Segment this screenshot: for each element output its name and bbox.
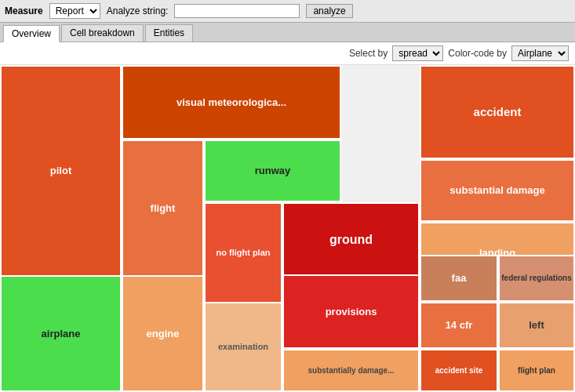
tab-cell-breakdown[interactable]: Cell breakdown — [61, 24, 144, 42]
cell-engine[interactable]: engine — [122, 275, 204, 392]
cell-provisions[interactable]: provisions — [282, 274, 420, 349]
cell-airplane-label: airplane — [40, 326, 82, 342]
select-by-select[interactable]: spread — [392, 45, 443, 61]
cell-substantial-damage-label: substantial damage — [448, 183, 546, 198]
tab-bar: Overview Cell breakdown Entities — [0, 23, 575, 42]
cell-substantially-damage[interactable]: substantially damage... — [282, 349, 420, 392]
cell-flight-plan[interactable]: flight plan — [498, 349, 575, 392]
top-bar: Measure Report Analyze string: analyze — [0, 0, 575, 23]
cell-federal-regulations[interactable]: federal regulations — [498, 255, 575, 302]
select-by-label: Select by — [349, 48, 388, 59]
cell-airplane[interactable]: airplane — [0, 275, 122, 392]
color-code-label: Color-code by — [448, 48, 507, 59]
tab-overview[interactable]: Overview — [3, 25, 60, 42]
cell-runway-label: runway — [253, 163, 293, 179]
cell-federal-regulations-label: federal regulations — [500, 272, 573, 285]
cell-accident-label: accident — [472, 103, 523, 121]
analyze-label: Analyze string: — [107, 5, 169, 16]
cell-14-cfr[interactable]: 14 cfr — [420, 302, 498, 349]
cell-accident-site[interactable]: accident site — [420, 349, 498, 392]
cell-flight-plan-label: flight plan — [516, 365, 557, 377]
cell-engine-label: engine — [145, 326, 181, 342]
cell-substantially-damage-label: substantially damage... — [306, 365, 395, 377]
measure-select[interactable]: Report — [49, 3, 100, 19]
treemap: pilot airplane flight engine visual mete… — [0, 65, 575, 392]
cell-ground-label: ground — [328, 230, 374, 249]
cell-no-flight-plan-label: no flight plan — [214, 246, 271, 260]
cell-accident[interactable]: accident — [420, 65, 575, 159]
cell-accident-site-label: accident site — [434, 365, 485, 377]
cell-substantial-damage[interactable]: substantial damage — [420, 159, 575, 222]
cell-runway[interactable]: runway — [204, 140, 341, 202]
measure-label: Measure — [5, 5, 43, 16]
cell-examination-label: examination — [217, 340, 270, 354]
cell-faa-label: faa — [450, 270, 468, 286]
cell-faa[interactable]: faa — [420, 255, 498, 302]
cell-pilot[interactable]: pilot — [0, 65, 122, 277]
cell-flight-label: flight — [149, 201, 177, 216]
cell-left[interactable]: left — [498, 302, 575, 349]
cell-provisions-label: provisions — [324, 304, 379, 320]
cell-14-cfr-label: 14 cfr — [444, 318, 475, 333]
cell-no-flight-plan[interactable]: no flight plan — [204, 202, 282, 304]
cell-flight[interactable]: flight — [122, 140, 204, 277]
cell-left-label: left — [527, 318, 546, 333]
analyze-button[interactable]: analyze — [306, 4, 352, 18]
controls-bar: Select by spread Color-code by Airplane — [0, 42, 575, 65]
cell-visual-met-label: visual meteorologica... — [175, 95, 288, 111]
cell-pilot-label: pilot — [49, 163, 73, 179]
tab-entities[interactable]: Entities — [145, 24, 193, 42]
cell-visual-met[interactable]: visual meteorologica... — [122, 65, 341, 140]
cell-examination[interactable]: examination — [204, 302, 282, 392]
cell-ground[interactable]: ground — [282, 202, 420, 277]
color-code-select[interactable]: Airplane — [511, 45, 569, 61]
analyze-input[interactable] — [174, 4, 300, 18]
